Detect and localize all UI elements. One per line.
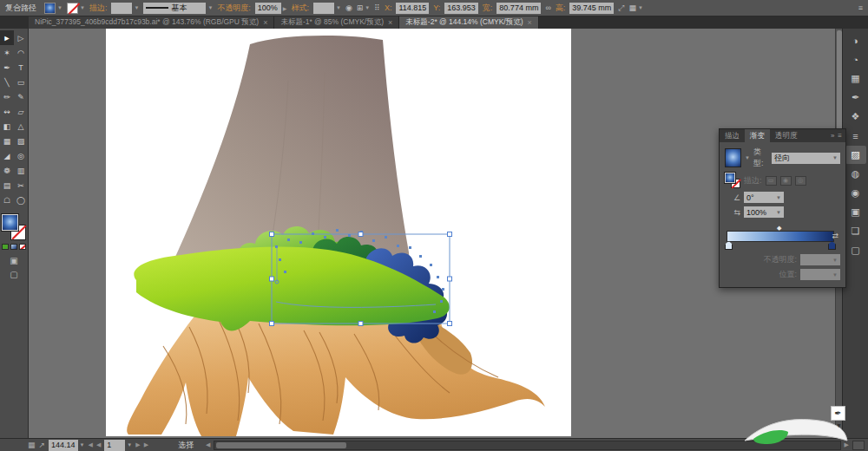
grid-toggle-icon[interactable]: ▦	[28, 441, 36, 449]
tool-gradient[interactable]: ▨	[14, 134, 28, 148]
stroke-gradient-across-button[interactable]: ◎	[795, 176, 806, 186]
artboard-number-select[interactable]: 1▼	[104, 440, 132, 451]
tool-line-segment[interactable]: ╲	[0, 75, 14, 89]
dock-icon-transparency[interactable]: ◍	[845, 165, 866, 183]
dock-icon-color-guide[interactable]: ◔	[845, 50, 866, 69]
hscroll-left-arrow[interactable]: ◀	[206, 441, 210, 448]
align-menu[interactable]: ⊞▼	[357, 3, 371, 12]
close-icon[interactable]: ×	[388, 18, 392, 27]
dock-icon-symbols[interactable]: ❖	[845, 108, 866, 126]
panel-menu-icon[interactable]: ≡	[838, 132, 842, 140]
tool-column-graph[interactable]: ▥	[14, 163, 28, 178]
dock-icon-color[interactable]: ◑	[845, 31, 866, 49]
tool-eyedropper[interactable]: ◢	[0, 148, 14, 163]
previous-artboard-button[interactable]: ◀	[96, 441, 101, 448]
last-artboard-button[interactable]: ▶	[144, 441, 148, 448]
tab-stroke[interactable]: 描边	[720, 129, 745, 142]
transform-expand-icon[interactable]: ⤢	[618, 3, 624, 13]
document-tab-doc3[interactable]: 未标题-2* @ 144.14% (CMYK/预览) ×	[399, 16, 538, 29]
dock-icon-appearance[interactable]: ◉	[845, 184, 866, 202]
opacity-input[interactable]: 100%▶	[255, 3, 287, 14]
tool-symbol-sprayer[interactable]: ❁	[0, 163, 14, 178]
horizontal-scrollbar[interactable]	[214, 441, 840, 450]
tool-lasso[interactable]: ◠	[14, 45, 28, 60]
recolor-artwork-icon[interactable]: ◉	[345, 3, 352, 12]
tab-transparency[interactable]: 透明度	[770, 129, 803, 142]
dock-icon-artboards[interactable]: ▢	[845, 241, 866, 259]
tool-artboard-tool[interactable]: ▤	[0, 178, 14, 193]
close-icon[interactable]: ×	[528, 18, 532, 27]
fill-color-picker[interactable]: ▼	[44, 3, 62, 14]
constrain-proportions-icon[interactable]: ∞	[545, 3, 550, 12]
tool-perspective-grid[interactable]: △	[14, 119, 28, 134]
tool-type[interactable]: T	[14, 60, 28, 75]
gradient-angle-input[interactable]: 0°▼	[744, 192, 784, 203]
stroke-weight-input[interactable]: ▼	[111, 3, 139, 14]
dock-icon-stroke[interactable]: ≡	[845, 127, 866, 145]
hscroll-right-arrow[interactable]: ▶	[845, 441, 849, 448]
reverse-gradient-icon[interactable]: ⇄	[832, 232, 838, 240]
tool-slice[interactable]: ✂	[14, 178, 28, 193]
tool-zoom-tool[interactable]: ◯	[14, 193, 28, 207]
document-tab-doc2[interactable]: 未标题-1* @ 85% (CMYK/预览) ×	[274, 16, 399, 29]
tool-selection[interactable]: ►	[0, 30, 14, 45]
tool-blend[interactable]: ◎	[14, 148, 28, 163]
stroke-gradient-within-button[interactable]: ▭	[766, 176, 777, 186]
artboard[interactable]	[106, 29, 571, 436]
gradient-aspect-input[interactable]: 100%▼	[744, 206, 784, 218]
document-tab-doc1[interactable]: NiPic_377395_406b9cdd7b17c93b.ai* @ 143.…	[29, 16, 274, 29]
dock-toggle-icon[interactable]: ≡	[858, 3, 863, 12]
chevron-down-icon[interactable]: ▼	[745, 155, 750, 160]
horizontal-scrollbar-thumb[interactable]	[216, 442, 346, 448]
stroke-link[interactable]: 描边:	[89, 3, 108, 14]
gradient-stop-start[interactable]	[725, 241, 733, 250]
none-mode-button[interactable]	[19, 244, 26, 250]
tool-pen[interactable]: ✒	[0, 60, 14, 75]
x-input[interactable]: 114.815	[396, 3, 429, 14]
y-input[interactable]: 163.953	[444, 3, 478, 14]
tool-shape-builder[interactable]: ◧	[0, 119, 14, 134]
width-input[interactable]: 80.774 mm	[496, 3, 541, 14]
stroke-gradient-along-button[interactable]: ◉	[780, 176, 792, 186]
drawing-mode-icon[interactable]: ▣	[10, 256, 17, 265]
tool-width-tool[interactable]: ↭	[0, 104, 14, 119]
dock-icon-swatches[interactable]: ▦	[845, 69, 866, 88]
opacity-link[interactable]: 不透明度:	[217, 3, 251, 14]
reference-point-locator-icon[interactable]: ⠿	[374, 3, 380, 12]
tool-hand[interactable]: ☖	[0, 193, 14, 207]
next-artboard-button[interactable]: ▶	[135, 441, 140, 448]
gradient-ramp[interactable]	[727, 231, 834, 242]
panel-fill-stroke-proxy[interactable]	[725, 173, 740, 188]
color-mode-button[interactable]	[2, 244, 9, 250]
dock-icon-gradient[interactable]: ▨	[845, 146, 866, 164]
fill-proxy-icon[interactable]	[2, 214, 18, 231]
stroke-color-picker[interactable]: ▼	[67, 3, 85, 14]
style-select[interactable]: ▼	[313, 3, 341, 14]
zoom-level-select[interactable]: 144.14▼	[49, 440, 84, 451]
gradient-mode-button[interactable]	[10, 244, 17, 250]
collapse-panel-icon[interactable]: »	[831, 132, 834, 140]
width-profile-select[interactable]: 基本▼	[143, 3, 213, 14]
tool-mesh[interactable]: ▦	[0, 134, 14, 148]
close-icon[interactable]: ×	[263, 18, 267, 27]
tool-free-transform[interactable]: ▱	[14, 104, 28, 119]
gradient-stop-end[interactable]	[828, 241, 836, 250]
dock-icon-layers[interactable]: ❏	[845, 222, 866, 240]
tool-magic-wand[interactable]: ✶	[0, 45, 14, 60]
first-artboard-button[interactable]: ◀	[89, 441, 93, 448]
window-resize-corner[interactable]	[852, 441, 865, 450]
gradient-type-select[interactable]: 径向▼	[772, 153, 840, 164]
gradient-thumbnail[interactable]	[725, 148, 741, 167]
dock-icon-graphic-styles[interactable]: ▣	[845, 203, 866, 221]
tool-paintbrush[interactable]: ✏	[0, 89, 14, 104]
tool-direct-selection[interactable]: ▷	[14, 30, 28, 45]
tool-rectangle[interactable]: ▭	[14, 75, 28, 89]
tool-pencil[interactable]: ✎	[14, 89, 28, 104]
screen-mode-icon[interactable]: ▢	[10, 270, 17, 279]
export-icon[interactable]: ↗	[39, 441, 46, 449]
shape-menu[interactable]: ▦▼	[629, 3, 643, 12]
height-input[interactable]: 39.745 mm	[569, 3, 614, 14]
tab-gradient[interactable]: 渐变	[745, 129, 770, 142]
fill-stroke-proxy[interactable]	[2, 214, 26, 240]
dock-icon-brushes[interactable]: ✒	[845, 88, 866, 107]
